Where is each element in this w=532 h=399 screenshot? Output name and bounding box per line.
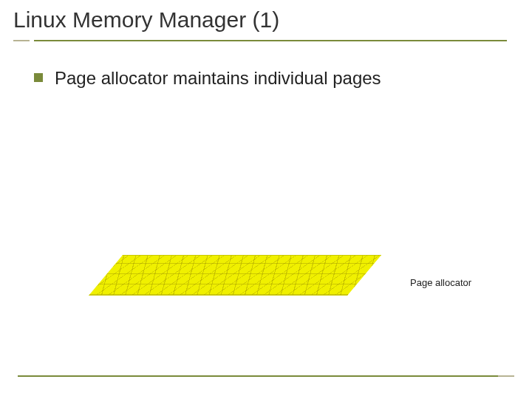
bullet-item: Page allocator maintains individual page… — [34, 68, 502, 89]
footer-rule — [18, 375, 513, 377]
title-area: Linux Memory Manager (1) — [0, 0, 532, 37]
square-bullet-icon — [34, 73, 43, 82]
footer-rule-short — [498, 375, 514, 377]
slide-title: Linux Memory Manager (1) — [13, 7, 519, 33]
slide: Linux Memory Manager (1) Page allocator … — [0, 0, 532, 399]
page-allocator-parallelogram — [89, 255, 381, 296]
rule-short — [13, 40, 30, 41]
bullet-text: Page allocator maintains individual page… — [55, 68, 381, 89]
rule-long — [34, 40, 507, 41]
title-underline — [0, 40, 532, 41]
page-allocator-label: Page allocator — [410, 277, 471, 288]
page-allocator-graphic — [89, 255, 355, 299]
slide-body: Page allocator maintains individual page… — [0, 41, 532, 89]
